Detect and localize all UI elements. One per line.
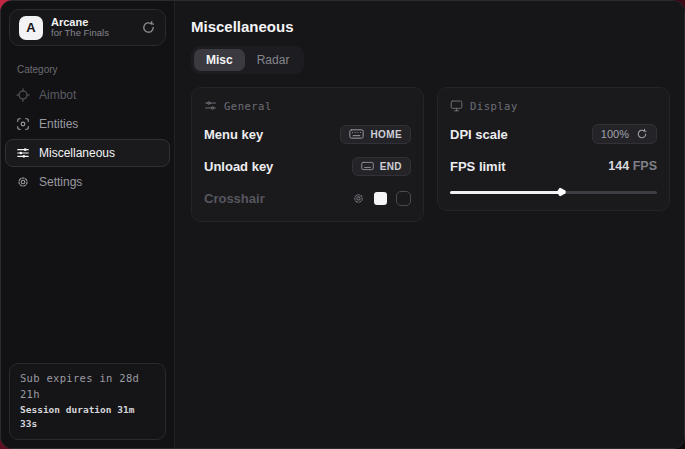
sidebar: A Arcane for The Finals Category <box>1 1 175 448</box>
sidebar-item-label: Miscellaneous <box>39 146 115 160</box>
unload-key-row: Unload key END <box>204 156 411 176</box>
display-card-title: Display <box>470 100 518 112</box>
sidebar-item-settings[interactable]: Settings <box>5 168 170 196</box>
tab-bar: Misc Radar <box>191 46 304 74</box>
category-label: Category <box>17 64 174 75</box>
dpi-scale-control[interactable]: 100% <box>592 124 657 144</box>
crosshair-row: Crosshair <box>204 188 411 208</box>
general-card-header: General <box>204 99 411 112</box>
sidebar-item-label: Entities <box>39 117 78 131</box>
sidebar-item-aimbot[interactable]: Aimbot <box>5 81 170 109</box>
fps-unit: FPS <box>633 159 657 173</box>
monitor-icon <box>450 99 463 112</box>
display-card-header: Display <box>450 99 657 112</box>
brand-text: Arcane for The Finals <box>51 16 133 40</box>
tab-radar[interactable]: Radar <box>245 49 302 71</box>
menu-key-value: HOME <box>370 129 402 140</box>
dpi-scale-value: 100% <box>601 128 629 140</box>
gear-icon <box>16 175 30 189</box>
menu-key-bind-button[interactable]: HOME <box>340 125 411 144</box>
brand-logo: A <box>19 16 43 40</box>
general-card-title: General <box>224 100 272 112</box>
display-card: Display DPI scale 100% <box>437 87 670 211</box>
subscription-info-card: Sub expires in 28d 21h Session duration … <box>9 363 166 440</box>
sidebar-item-label: Settings <box>39 175 82 189</box>
sidebar-item-miscellaneous[interactable]: Miscellaneous <box>5 139 170 167</box>
crosshair-settings-gear-icon[interactable] <box>352 192 365 205</box>
unload-key-bind-button[interactable]: END <box>352 157 411 176</box>
sidebar-item-label: Aimbot <box>39 88 76 102</box>
sidebar-nav: Aimbot Entities <box>1 81 174 197</box>
reset-icon[interactable] <box>636 128 648 140</box>
cards-row: General Menu key HOME <box>191 87 670 222</box>
fps-limit-row: FPS limit 144 FPS <box>450 156 657 176</box>
tune-icon <box>204 99 217 112</box>
dpi-scale-label: DPI scale <box>450 127 508 142</box>
sliders-icon <box>16 146 30 160</box>
fps-slider-thumb[interactable] <box>557 188 566 197</box>
sub-expires-text: Sub expires in 28d 21h <box>20 371 155 403</box>
keyboard-icon <box>361 161 374 171</box>
keyboard-icon <box>349 129 364 139</box>
menu-key-row: Menu key HOME <box>204 124 411 144</box>
brand-card: A Arcane for The Finals <box>9 9 166 46</box>
dpi-scale-row: DPI scale 100% <box>450 124 657 144</box>
crosshair-icon <box>16 88 30 102</box>
session-duration-text: Session duration 31m 33s <box>20 403 155 432</box>
unload-key-label: Unload key <box>204 159 273 174</box>
tab-misc[interactable]: Misc <box>194 49 245 71</box>
menu-key-label: Menu key <box>204 127 263 142</box>
fps-number: 144 <box>608 159 629 173</box>
page-title: Miscellaneous <box>191 18 670 35</box>
crosshair-checkbox[interactable] <box>396 191 411 206</box>
main-content: Miscellaneous Misc Radar General <box>175 1 685 448</box>
fps-limit-value: 144 FPS <box>608 159 657 173</box>
fps-slider-fill <box>450 191 560 194</box>
sidebar-item-entities[interactable]: Entities <box>5 110 170 138</box>
general-card: General Menu key HOME <box>191 87 424 222</box>
crosshair-label: Crosshair <box>204 191 265 206</box>
app-window: A Arcane for The Finals Category <box>0 0 685 449</box>
fps-limit-label: FPS limit <box>450 159 506 174</box>
fps-slider[interactable] <box>450 187 657 197</box>
brand-subtitle: for The Finals <box>51 28 133 39</box>
sync-icon[interactable] <box>141 20 156 35</box>
crosshair-controls <box>352 191 411 206</box>
entity-scan-icon <box>16 117 30 131</box>
unload-key-value: END <box>380 161 402 172</box>
crosshair-color-swatch[interactable] <box>374 192 387 205</box>
